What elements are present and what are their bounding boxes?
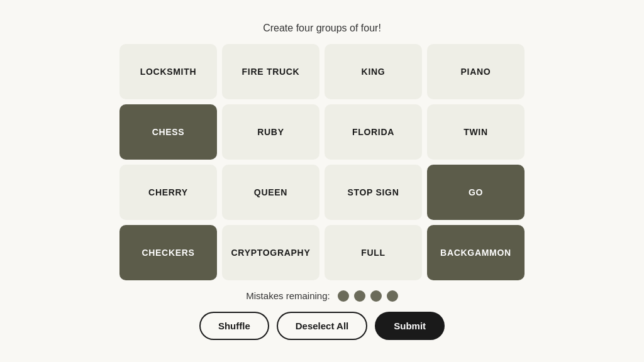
tile-chess[interactable]: CHESS (119, 104, 217, 160)
instructions-text: Create four groups of four! (263, 23, 381, 34)
mistake-dot-0 (338, 290, 349, 302)
game-container: Create four groups of four! LOCKSMITHFIR… (108, 23, 536, 340)
tile-locksmith[interactable]: LOCKSMITH (119, 44, 217, 99)
tile-fire-truck[interactable]: FIRE TRUCK (222, 44, 319, 99)
buttons-row: Shuffle Deselect All Submit (199, 312, 445, 340)
tile-backgammon[interactable]: BACKGAMMON (427, 225, 525, 280)
tile-cryptography[interactable]: CRYPTOGRAPHY (222, 225, 319, 280)
tile-grid: LOCKSMITHFIRE TRUCKKINGPIANOCHESSRUBYFLO… (119, 44, 525, 280)
tile-checkers[interactable]: CHECKERS (119, 225, 217, 280)
deselect-button[interactable]: Deselect All (277, 312, 368, 340)
tile-cherry[interactable]: CHERRY (119, 165, 217, 220)
tile-ruby[interactable]: RUBY (222, 104, 319, 160)
mistake-dot-2 (370, 290, 382, 302)
tile-piano[interactable]: PIANO (427, 44, 525, 99)
mistakes-dots (338, 290, 398, 302)
tile-florida[interactable]: FLORIDA (325, 104, 422, 160)
mistake-dot-1 (354, 290, 365, 302)
tile-stop-sign[interactable]: STOP SIGN (325, 165, 422, 220)
shuffle-button[interactable]: Shuffle (199, 312, 269, 340)
mistake-dot-3 (387, 290, 398, 302)
tile-queen[interactable]: QUEEN (222, 165, 319, 220)
submit-button[interactable]: Submit (375, 312, 445, 340)
mistakes-row: Mistakes remaining: (246, 290, 397, 302)
tile-full[interactable]: FULL (325, 225, 422, 280)
mistakes-label: Mistakes remaining: (246, 290, 330, 301)
tile-twin[interactable]: TWIN (427, 104, 525, 160)
tile-king[interactable]: KING (325, 44, 422, 99)
tile-go[interactable]: GO (427, 165, 525, 220)
